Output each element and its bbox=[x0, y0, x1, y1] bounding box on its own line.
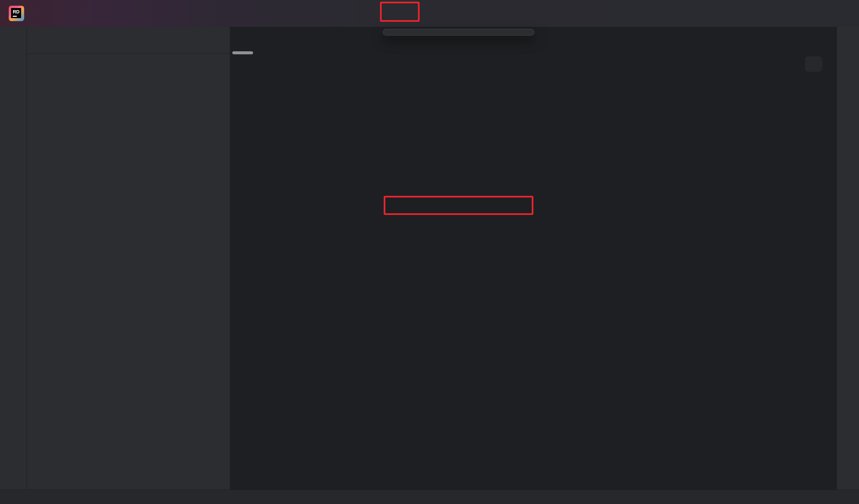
inspection-status-widget[interactable] bbox=[805, 56, 823, 72]
active-tab-underline bbox=[232, 51, 253, 54]
vcs-dropdown-menu bbox=[383, 29, 534, 35]
rider-logo-icon: RD bbox=[9, 6, 24, 21]
rider-window: RD bbox=[0, 0, 859, 504]
title-bar: RD bbox=[0, 0, 859, 27]
status-bar bbox=[0, 490, 859, 504]
left-tool-window-bar bbox=[0, 27, 27, 490]
tab-program-cs[interactable] bbox=[231, 27, 254, 53]
solution-explorer-header[interactable] bbox=[27, 27, 230, 54]
solution-tree bbox=[27, 54, 230, 59]
editor-area bbox=[230, 27, 837, 490]
solution-explorer-panel bbox=[27, 27, 230, 490]
right-tool-window-bar bbox=[837, 27, 859, 490]
